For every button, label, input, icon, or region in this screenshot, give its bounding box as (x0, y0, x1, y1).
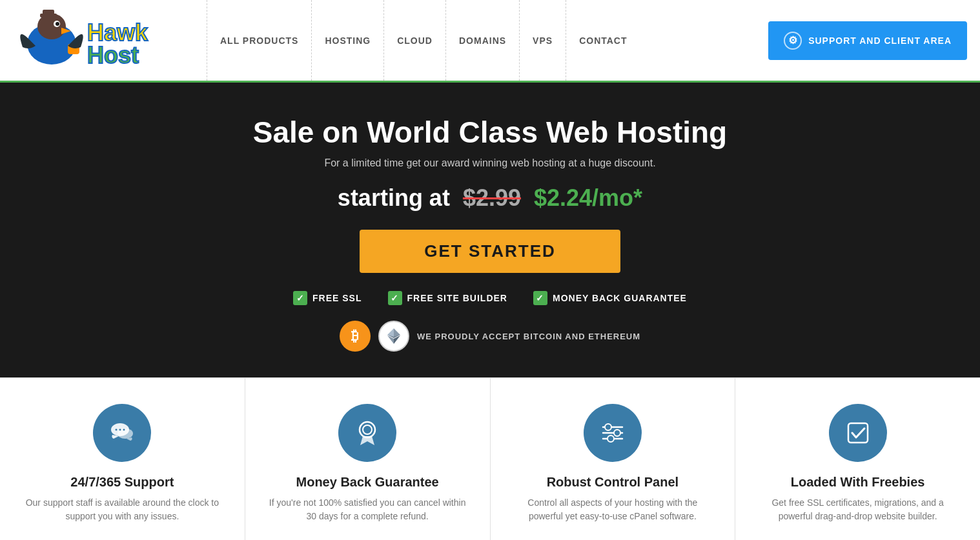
nav-item-domains[interactable]: DOMAINS (445, 0, 519, 81)
badge-free-ssl: ✓ FREE SSL (293, 291, 362, 305)
support-client-area-button[interactable]: ⚙ SUPPORT AND CLIENT AREA (768, 21, 967, 60)
free-site-builder-label: FREE SITE BUILDER (407, 293, 507, 303)
feature-freebies-title: Loaded With Freebies (755, 475, 961, 490)
moneyback-icon-circle (338, 404, 396, 462)
svg-point-28 (607, 435, 614, 442)
nav-item-cloud[interactable]: CLOUD (383, 0, 445, 81)
badge-free-site-builder: ✓ FREE SITE BUILDER (388, 291, 507, 305)
feature-cpanel-title: Robust Control Panel (510, 475, 716, 490)
hero-subtitle: For a limited time get our award winning… (13, 157, 967, 169)
nav-item-hosting[interactable]: HOSTING (311, 0, 383, 81)
free-ssl-check-icon: ✓ (293, 291, 307, 305)
hero-title: Sale on World Class Web Hosting (13, 115, 967, 150)
money-back-check-icon: ✓ (533, 291, 547, 305)
svg-point-19 (119, 429, 121, 431)
feature-moneyback-desc: If you're not 100% satisfied you can can… (265, 496, 471, 523)
svg-point-21 (360, 422, 375, 437)
svg-point-22 (363, 425, 372, 434)
old-price: $2.99 (463, 185, 521, 211)
svg-text:Host: Host (87, 42, 139, 68)
features-section: 24/7/365 Support Our support staff is av… (0, 377, 980, 540)
header: Hawk Host ALL PRODUCTS HOSTING CLOUD DOM… (0, 0, 980, 83)
logo-area: Hawk Host (0, 2, 207, 79)
nav-item-vps[interactable]: VPS (519, 0, 566, 81)
feature-moneyback: Money Back Guarantee If you're not 100% … (245, 378, 491, 540)
feature-support-desc: Our support staff is available around th… (19, 496, 225, 523)
svg-point-27 (614, 430, 620, 436)
nav-item-all-products[interactable]: ALL PRODUCTS (207, 0, 311, 81)
free-site-builder-check-icon: ✓ (388, 291, 402, 305)
support-icon: ⚙ (784, 32, 802, 50)
svg-point-18 (116, 429, 117, 431)
feature-freebies-desc: Get free SSL certificates, migrations, a… (755, 496, 961, 523)
svg-point-26 (605, 424, 611, 430)
hero-badges: ✓ FREE SSL ✓ FREE SITE BUILDER ✓ MONEY B… (13, 291, 967, 305)
feature-moneyback-title: Money Back Guarantee (265, 475, 471, 490)
feature-support-title: 24/7/365 Support (19, 475, 225, 490)
crypto-text: WE PROUDLY ACCEPT BITCOIN AND ETHEREUM (417, 332, 640, 341)
svg-point-20 (123, 429, 125, 431)
main-nav: ALL PRODUCTS HOSTING CLOUD DOMAINS VPS C… (207, 0, 980, 81)
feature-cpanel-desc: Control all aspects of your hosting with… (510, 496, 716, 523)
hero-section: Sale on World Class Web Hosting For a li… (0, 83, 980, 377)
price-prefix: starting at (338, 185, 450, 211)
nav-item-contact[interactable]: CONTACT (566, 0, 640, 81)
feature-support: 24/7/365 Support Our support staff is av… (0, 378, 245, 540)
free-ssl-label: FREE SSL (312, 293, 362, 303)
cpanel-icon-circle (584, 404, 642, 462)
money-back-label: MONEY BACK GUARANTEE (553, 293, 687, 303)
svg-point-4 (56, 22, 59, 26)
svg-rect-6 (43, 10, 54, 16)
bitcoin-symbol: ₿ (351, 328, 358, 345)
ethereum-icon (378, 321, 409, 352)
feature-cpanel: Robust Control Panel Control all aspects… (491, 378, 736, 540)
freebies-icon-circle (829, 404, 887, 462)
get-started-button[interactable]: GET STARTED (360, 230, 620, 273)
feature-freebies: Loaded With Freebies Get free SSL certif… (735, 378, 980, 540)
logo[interactable]: Hawk Host (13, 8, 194, 73)
support-button-label: SUPPORT AND CLIENT AREA (808, 35, 952, 46)
support-icon-circle (93, 404, 151, 462)
hero-price: starting at $2.99 $2.24/mo* (13, 185, 967, 212)
badge-money-back: ✓ MONEY BACK GUARANTEE (533, 291, 687, 305)
crypto-row: ₿ WE PROUDLY ACCEPT BITCOIN AND ETHEREUM (13, 321, 967, 352)
bitcoin-icon: ₿ (340, 321, 371, 352)
new-price: $2.24/mo* (534, 185, 642, 211)
